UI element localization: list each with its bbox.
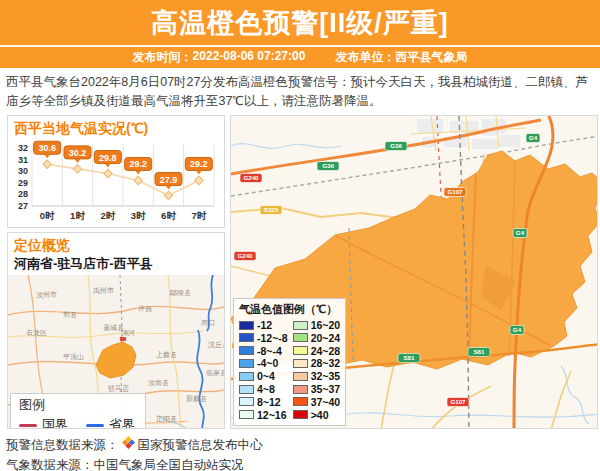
publish-unit-label: 发布单位： bbox=[335, 49, 395, 66]
svg-text:28: 28 bbox=[18, 189, 28, 199]
svg-text:许昌: 许昌 bbox=[138, 305, 152, 313]
temperature-line-chart: 3231302928270时1时2时3时6时7时30.630.229.829.2… bbox=[8, 138, 220, 228]
svg-text:G36: G36 bbox=[322, 162, 334, 169]
svg-text:沈丘县: 沈丘县 bbox=[208, 341, 224, 349]
svg-text:鄢陵县: 鄢陵县 bbox=[169, 289, 191, 297]
svg-text:30.6: 30.6 bbox=[38, 143, 56, 153]
temp-legend-item: 32~35 bbox=[293, 370, 341, 383]
warning-source-line: 预警信息数据来源： 国家预警信息发布中心 bbox=[6, 435, 594, 455]
weather-source-label: 气象数据来源： bbox=[6, 455, 94, 471]
temp-range-label: 35~37 bbox=[311, 383, 341, 395]
svg-text:G107: G107 bbox=[450, 398, 466, 405]
road-badge: S81 bbox=[398, 354, 420, 363]
temp-legend-item: -12~-8 bbox=[239, 331, 288, 344]
temp-legend-item: >40 bbox=[293, 408, 341, 421]
svg-text:32: 32 bbox=[18, 143, 28, 153]
svg-text:正阳县: 正阳县 bbox=[156, 415, 177, 423]
temperature-chart-panel: 西平当地气温实况(℃) 3231302928270时1时2时3时6时7时30.6… bbox=[7, 115, 225, 228]
svg-text:6时: 6时 bbox=[161, 210, 176, 221]
temp-color-swatch bbox=[293, 346, 308, 355]
boundary-legend-item: 国界 bbox=[19, 416, 68, 429]
warning-text: 西平县气象台2022年8月6日07时27分发布高温橙色预警信号：预计今天白天，我… bbox=[6, 73, 594, 111]
publish-time-label: 发布时间： bbox=[133, 49, 193, 66]
publish-unit-value: 西平县气象局 bbox=[395, 49, 467, 66]
svg-text:S81: S81 bbox=[403, 354, 415, 361]
temp-range-label: 12~16 bbox=[257, 409, 287, 421]
mini-map-legend: 图例 国界省界 bbox=[10, 393, 146, 429]
left-column: 西平当地气温实况(℃) 3231302928270时1时2时3时6时7时30.6… bbox=[7, 115, 225, 429]
svg-text:1时: 1时 bbox=[70, 210, 85, 221]
svg-text:29.2: 29.2 bbox=[129, 159, 147, 169]
temp-range-label: 24~28 bbox=[311, 345, 341, 357]
svg-text:0时: 0时 bbox=[40, 210, 55, 221]
svg-text:漯河: 漯河 bbox=[121, 329, 135, 337]
temp-legend-item: 20~24 bbox=[293, 331, 341, 344]
svg-text:G36: G36 bbox=[390, 142, 402, 149]
boundary-legend-item: 省界 bbox=[86, 416, 135, 429]
footer: 预警信息数据来源： 国家预警信息发布中心 气象数据来源： 中国气象局全国自动站实… bbox=[6, 435, 594, 471]
temperature-legend-items: -12-12~-8-8~-4-4~00~44~88~1212~1616~2020… bbox=[239, 319, 340, 421]
temp-range-label: 37~40 bbox=[311, 396, 341, 408]
temp-color-swatch bbox=[293, 321, 308, 330]
banner-subbar: 发布时间： 2022-08-06 07:27:00 发布单位： 西平县气象局 bbox=[0, 47, 600, 68]
svg-text:30: 30 bbox=[18, 166, 28, 176]
svg-text:石龙区: 石龙区 bbox=[26, 329, 47, 337]
temp-legend-item: 37~40 bbox=[293, 395, 341, 408]
temp-range-label: -4~0 bbox=[257, 357, 278, 369]
temp-color-swatch bbox=[239, 372, 254, 381]
temp-color-swatch bbox=[239, 321, 254, 330]
road-badge: G240 bbox=[240, 174, 262, 183]
svg-text:30.2: 30.2 bbox=[69, 148, 87, 158]
temp-range-label: -12~-8 bbox=[257, 332, 288, 344]
chart-value-label: 30.6 bbox=[34, 141, 61, 158]
temp-color-swatch bbox=[293, 372, 308, 381]
svg-text:汝南县: 汝南县 bbox=[148, 379, 169, 387]
temp-color-swatch bbox=[239, 410, 254, 419]
svg-text:S81: S81 bbox=[473, 348, 485, 355]
temp-range-label: 8~12 bbox=[257, 396, 281, 408]
temp-legend-item: -12 bbox=[239, 319, 288, 332]
svg-text:上蔡县: 上蔡县 bbox=[156, 351, 177, 359]
svg-text:G4: G4 bbox=[529, 134, 538, 141]
mini-map: 汝州市禹州市鄢陵县郏县许昌石龙区襄城县平顶山漯河周口沈丘县上蔡县临泉县汝南县驻马… bbox=[8, 275, 224, 429]
road-badge: G4 bbox=[510, 326, 524, 335]
temperature-legend-title: 气温色值图例（℃） bbox=[239, 302, 340, 317]
temp-legend-item: 12~16 bbox=[239, 408, 288, 421]
chart-value-label: 29.2 bbox=[125, 157, 152, 174]
chart-value-label: 30.2 bbox=[64, 146, 91, 163]
temp-range-label: 28~32 bbox=[311, 357, 341, 369]
svg-text:郏县: 郏县 bbox=[63, 311, 77, 318]
national-warning-center-logo-icon bbox=[122, 435, 135, 455]
road-badge: S325 bbox=[260, 206, 282, 215]
temp-legend-item: -8~-4 bbox=[239, 344, 288, 357]
svg-text:平顶山: 平顶山 bbox=[63, 353, 84, 361]
svg-text:周口: 周口 bbox=[201, 319, 215, 327]
temp-color-swatch bbox=[239, 346, 254, 355]
chart-value-label: 27.9 bbox=[155, 173, 182, 190]
location-breadcrumb: 河南省-驻马店市-西平县 bbox=[14, 255, 218, 273]
svg-text:临泉县: 临泉县 bbox=[206, 369, 224, 377]
temp-color-swatch bbox=[293, 359, 308, 368]
chart-value-label: 29.8 bbox=[94, 151, 121, 168]
boundary-line-swatch bbox=[19, 424, 37, 427]
temp-range-label: >40 bbox=[311, 409, 329, 421]
temp-color-swatch bbox=[293, 397, 308, 406]
boundary-legend-row: 国界省界 bbox=[19, 416, 135, 429]
temp-legend-item: -4~0 bbox=[239, 357, 288, 370]
road-badge: G36 bbox=[317, 162, 339, 171]
temp-range-label: 32~35 bbox=[311, 370, 341, 382]
temp-color-swatch bbox=[239, 385, 254, 394]
boundary-line-swatch bbox=[86, 424, 104, 427]
chart-value-label: 29.2 bbox=[185, 157, 212, 174]
warning-source-label: 预警信息数据来源： bbox=[6, 435, 119, 455]
location-panel: 定位概览 河南省-驻马店市-西平县 汝州市禹州市鄢陵县郏县许昌石龙区襄城县平顶山… bbox=[7, 232, 225, 429]
svg-text:2时: 2时 bbox=[100, 210, 115, 221]
temp-legend-item: 28~32 bbox=[293, 357, 341, 370]
road-badge: G4 bbox=[513, 229, 527, 238]
svg-text:G4: G4 bbox=[516, 229, 525, 236]
svg-text:31: 31 bbox=[18, 155, 28, 165]
temperature-color-legend: 气温色值图例（℃） -12-12~-8-8~-4-4~00~44~88~1212… bbox=[233, 298, 346, 426]
road-badge: S81 bbox=[468, 348, 490, 357]
main-map: G240S325G240G36G36G4G107G4S81S81G4G107 气… bbox=[230, 115, 598, 429]
road-badge: G4 bbox=[526, 134, 540, 143]
